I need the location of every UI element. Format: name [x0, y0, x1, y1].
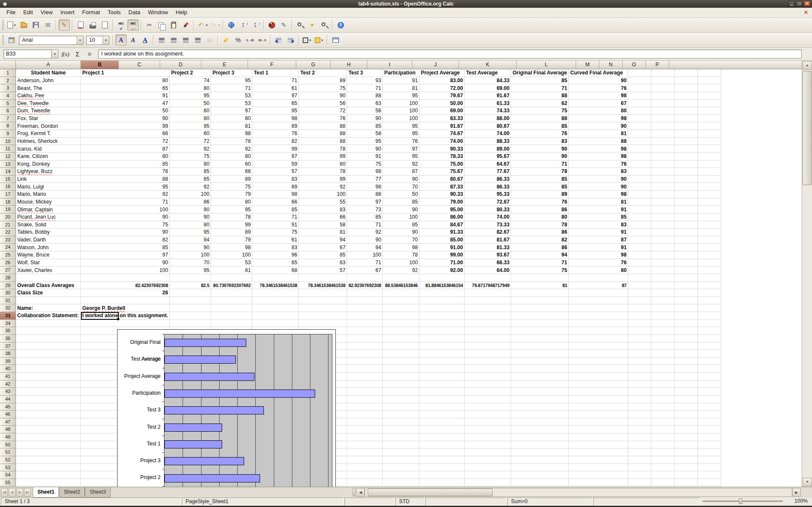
cell-M3[interactable] [628, 84, 651, 92]
cell-A35[interactable] [16, 327, 81, 335]
cell-E7[interactable]: 98 [252, 115, 299, 123]
cell-F13[interactable]: 60 [299, 161, 347, 168]
cell-H40[interactable] [383, 365, 419, 373]
cell-A37[interactable] [16, 343, 81, 350]
cell-J18[interactable]: 72.67 [465, 198, 511, 206]
row-header-4[interactable]: 4 [0, 92, 16, 100]
cell-L35[interactable] [569, 327, 628, 335]
cell-G37[interactable] [347, 343, 383, 350]
bold-icon[interactable]: A [115, 34, 127, 46]
cell-G24[interactable]: 94 [347, 244, 383, 251]
function-button[interactable]: = [84, 49, 95, 59]
cell-G39[interactable] [347, 358, 383, 365]
cell-A51[interactable] [16, 448, 81, 456]
cell-O54[interactable] [675, 471, 698, 479]
cell-J10[interactable]: 88.33 [465, 138, 511, 145]
decrease-indent-icon[interactable] [273, 34, 284, 46]
cell-I38[interactable] [419, 350, 465, 358]
cell-O8[interactable] [675, 122, 698, 130]
embedded-bar-chart[interactable]: Original Final AverageTest AverageProjec… [117, 329, 336, 487]
cell-L1[interactable]: Curved Final Average [569, 69, 628, 77]
cell-P5[interactable] [698, 100, 721, 108]
horizontal-scroll-thumb[interactable] [368, 488, 493, 496]
cell-L16[interactable]: 90 [569, 183, 628, 191]
cell-A30[interactable]: Class Size [16, 289, 81, 297]
maximize-button[interactable]: ▢ [796, 1, 803, 6]
cell-J31[interactable] [465, 297, 511, 305]
borders-icon[interactable]: ▾ [301, 34, 313, 46]
column-header-B[interactable]: B [81, 61, 119, 69]
row-header-39[interactable]: 39 [0, 358, 16, 365]
currency-format-icon[interactable] [220, 34, 232, 46]
cell-P29[interactable] [698, 282, 721, 290]
cell-P50[interactable] [698, 441, 721, 449]
cell-A7[interactable]: Fox, Star [16, 115, 81, 123]
cell-L17[interactable]: 98 [569, 191, 628, 198]
cell-I36[interactable] [419, 335, 465, 343]
cell-C3[interactable]: 80 [170, 84, 211, 92]
cell-K4[interactable]: 88 [511, 92, 569, 100]
cell-K27[interactable]: 75 [511, 266, 569, 274]
cell-N24[interactable] [651, 244, 675, 251]
cell-N47[interactable] [651, 418, 675, 426]
cell-E15[interactable]: 83 [252, 176, 299, 183]
cell-H10[interactable]: 76 [383, 138, 419, 145]
cell-N46[interactable] [651, 411, 675, 418]
clone-formatting-icon[interactable] [180, 19, 191, 31]
cell-P19[interactable] [698, 206, 721, 213]
sum-button[interactable]: Σ [72, 49, 83, 59]
cell-J27[interactable]: 64.00 [465, 266, 511, 274]
cell-E12[interactable]: 97 [252, 153, 299, 161]
help-icon[interactable]: ? [335, 19, 346, 31]
row-header-37[interactable]: 37 [0, 343, 16, 350]
cell-I51[interactable] [419, 448, 465, 456]
cell-D13[interactable]: 60 [211, 161, 252, 168]
cell-O11[interactable] [675, 145, 698, 153]
menu-item-window[interactable]: Window [144, 8, 172, 17]
cell-N12[interactable] [651, 153, 675, 161]
cell-I42[interactable] [419, 380, 465, 388]
cell-L22[interactable]: 91 [569, 229, 628, 236]
cell-I54[interactable] [419, 471, 465, 479]
cell-A43[interactable] [16, 388, 81, 396]
cell-N20[interactable] [651, 213, 675, 221]
cell-A14[interactable]: Lightyear, Buzz [16, 168, 81, 176]
cell-L34[interactable] [569, 320, 628, 328]
cell-B13[interactable]: 85 [81, 161, 170, 168]
cell-F11[interactable]: 78 [299, 145, 347, 153]
toolbar-grip[interactable] [2, 20, 4, 30]
cell-H43[interactable] [383, 388, 419, 396]
cell-I43[interactable] [419, 388, 465, 396]
row-header-19[interactable]: 19 [0, 206, 16, 213]
row-header-23[interactable]: 23 [0, 236, 16, 244]
cell-G15[interactable]: 77 [347, 176, 383, 183]
cell-F17[interactable]: 100 [299, 191, 347, 198]
cell-J1[interactable]: Test Average [465, 69, 511, 77]
cell-H39[interactable] [383, 358, 419, 365]
cell-M27[interactable] [628, 266, 651, 274]
cell-H2[interactable]: 91 [383, 77, 419, 85]
cell-N50[interactable] [651, 441, 675, 449]
cell-L52[interactable] [569, 456, 628, 464]
cell-P32[interactable] [698, 304, 721, 312]
cell-O42[interactable] [675, 380, 698, 388]
cell-E16[interactable]: 69 [252, 183, 299, 191]
cell-M53[interactable] [628, 464, 651, 472]
cell-C11[interactable]: 92 [170, 145, 211, 153]
cell-G34[interactable] [347, 320, 383, 328]
cell-B3[interactable]: 65 [81, 84, 170, 92]
cell-I29[interactable]: 81.8846153846154 [419, 282, 465, 290]
cell-D12[interactable]: 80 [211, 153, 252, 161]
cell-H33[interactable] [383, 312, 419, 320]
cell-A9[interactable]: Frog, Kermit T. [16, 130, 81, 138]
cell-N11[interactable] [651, 145, 675, 153]
cell-K55[interactable] [511, 479, 569, 487]
cell-K52[interactable] [511, 456, 569, 464]
gallery-icon[interactable]: ✦ [307, 19, 318, 31]
menu-item-data[interactable]: Data [124, 8, 144, 17]
cell-H34[interactable] [383, 320, 419, 328]
cell-K42[interactable] [511, 380, 569, 388]
cell-E34[interactable] [252, 320, 299, 328]
cell-L23[interactable]: 87 [569, 236, 628, 244]
cell-M46[interactable] [628, 411, 651, 418]
